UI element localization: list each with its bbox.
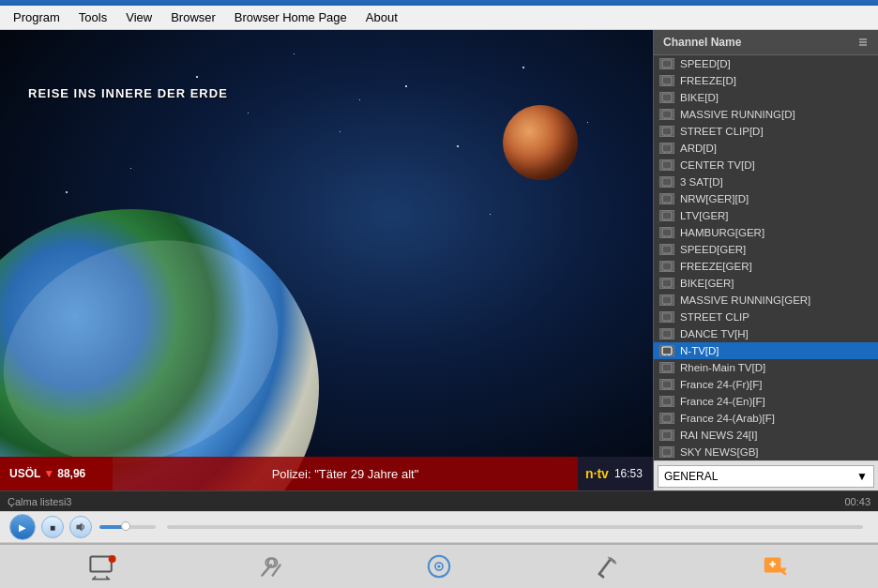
channel-label: SPEED[GER] xyxy=(680,244,746,255)
channel-item[interactable]: FREEZE[GER] xyxy=(654,258,878,275)
channel-item[interactable]: France 24-(Arab)[F] xyxy=(654,410,878,427)
main-area: REISE INS INNERE DER ERDE USÖL ▼ 88,96 P… xyxy=(0,30,878,490)
category-dropdown[interactable]: GENERAL ▼ xyxy=(658,465,874,488)
menu-tools[interactable]: Tools xyxy=(69,8,116,26)
ticker-right: n·tv 16:53 xyxy=(578,457,653,490)
volume-thumb xyxy=(121,521,130,531)
svg-rect-34 xyxy=(662,212,672,219)
channel-label: France 24-(En)[F] xyxy=(680,396,765,407)
seek-bar[interactable] xyxy=(167,525,863,529)
channel-label: DANCE TV[H] xyxy=(680,328,749,339)
channel-item[interactable]: LTV[GER] xyxy=(654,207,878,224)
channel-label: HAMBURG[GER] xyxy=(680,227,764,238)
channel-item[interactable]: STREET CLIP xyxy=(654,309,878,325)
channel-item[interactable]: N-TV[D] xyxy=(654,342,878,359)
tools-icon xyxy=(256,551,286,581)
channel-label: BIKE[D] xyxy=(680,92,719,103)
player-controls: ▶ ■ xyxy=(0,511,878,543)
channel-icon xyxy=(659,227,674,238)
svg-rect-43 xyxy=(662,263,672,270)
channel-label: MASSIVE RUNNING[D] xyxy=(680,109,795,120)
channel-icon xyxy=(659,75,674,86)
channel-item[interactable]: SKY NEWS[GB] xyxy=(654,444,878,460)
channel-label: France 24-(Fr)[F] xyxy=(680,379,763,390)
channel-item[interactable]: MASSIVE RUNNING[D] xyxy=(654,106,878,123)
toolbar-tools-button[interactable] xyxy=(250,548,292,585)
svg-rect-64 xyxy=(662,381,672,388)
toolbar-media-button[interactable] xyxy=(418,548,460,585)
channel-label: NRW[GER][D] xyxy=(680,193,749,204)
play-button[interactable]: ▶ xyxy=(9,514,36,540)
playlist-name: Çalma listesi3 xyxy=(8,496,844,507)
channel-item[interactable]: STREET CLIP[D] xyxy=(654,123,878,140)
channel-label: Rhein-Main TV[D] xyxy=(680,362,765,373)
ticker-time: 16:53 xyxy=(614,467,643,480)
svg-rect-37 xyxy=(662,229,672,236)
svg-rect-49 xyxy=(662,296,672,304)
channel-item[interactable]: MASSIVE RUNNING[GER] xyxy=(654,292,878,309)
menu-view[interactable]: View xyxy=(116,8,161,26)
video-background: REISE INS INNERE DER ERDE USÖL ▼ 88,96 P… xyxy=(0,30,653,490)
channel-item[interactable]: DANCE TV[H] xyxy=(654,325,878,342)
channel-item[interactable]: SPEED[D] xyxy=(654,55,878,72)
video-panel[interactable]: REISE INS INNERE DER ERDE USÖL ▼ 88,96 P… xyxy=(0,30,653,490)
toolbar-record-button[interactable] xyxy=(83,548,124,585)
svg-rect-40 xyxy=(662,246,672,253)
svg-rect-52 xyxy=(662,313,672,321)
svg-rect-25 xyxy=(662,161,672,169)
channel-icon xyxy=(659,210,674,221)
svg-rect-19 xyxy=(662,128,672,135)
channel-item[interactable]: BIKE[GER] xyxy=(654,275,878,292)
svg-marker-79 xyxy=(77,523,83,532)
channel-label: LTV[GER] xyxy=(680,210,729,221)
channel-list[interactable]: SPEED[D]FREEZE[D]BIKE[D]MASSIVE RUNNING[… xyxy=(654,55,878,460)
svg-rect-10 xyxy=(662,77,672,84)
category-label: GENERAL xyxy=(664,470,718,483)
menu-browser-home[interactable]: Browser Home Page xyxy=(225,8,356,26)
video-ticker: USÖL ▼ 88,96 Polizei: "Täter 29 Jahre al… xyxy=(0,457,653,490)
svg-rect-76 xyxy=(662,448,672,456)
menu-program[interactable]: Program xyxy=(4,8,69,26)
ticker-arrow: ▼ xyxy=(43,467,54,480)
menu-about[interactable]: About xyxy=(356,8,407,26)
channel-item[interactable]: France 24-(En)[F] xyxy=(654,393,878,410)
svg-line-95 xyxy=(599,574,603,577)
channel-item[interactable]: ARD[D] xyxy=(654,140,878,157)
menu-browser[interactable]: Browser xyxy=(161,8,225,26)
stop-button[interactable]: ■ xyxy=(41,516,64,538)
status-bar: Çalma listesi3 00:43 xyxy=(0,490,878,511)
svg-rect-61 xyxy=(662,364,672,371)
channel-item[interactable]: CENTER TV[D] xyxy=(654,157,878,173)
channel-icon xyxy=(659,430,674,441)
channel-item[interactable]: 3 SAT[D] xyxy=(654,173,878,190)
channel-icon xyxy=(659,396,674,407)
ntv-logo: n·tv xyxy=(585,466,609,481)
channel-item[interactable]: NRW[GER][D] xyxy=(654,190,878,207)
channel-item[interactable]: HAMBURG[GER] xyxy=(654,224,878,241)
volume-button[interactable] xyxy=(69,516,92,538)
channel-icon xyxy=(659,311,674,323)
channel-item[interactable]: BIKE[D] xyxy=(654,89,878,106)
channel-label: N-TV[D] xyxy=(680,345,719,356)
toolbar-add-button[interactable] xyxy=(754,548,795,585)
svg-rect-22 xyxy=(662,144,672,152)
channel-item[interactable]: RAI NEWS 24[I] xyxy=(654,427,878,444)
channel-item[interactable]: FREEZE[D] xyxy=(654,72,878,89)
channel-icon xyxy=(659,176,674,188)
volume-slider[interactable] xyxy=(99,525,156,529)
category-arrow-icon: ▼ xyxy=(856,470,868,483)
channel-header: Channel Name xyxy=(654,30,878,55)
media-icon xyxy=(424,551,454,581)
channel-label: BIKE[GER] xyxy=(680,278,734,289)
channel-item[interactable]: SPEED[GER] xyxy=(654,241,878,258)
config-icon xyxy=(592,551,622,581)
channel-item[interactable]: Rhein-Main TV[D] xyxy=(654,359,878,376)
channel-panel: Channel Name SPEED[D]FREEZE[D]BIKE[D]MAS… xyxy=(653,30,878,490)
channel-label: FREEZE[GER] xyxy=(680,261,752,272)
channel-icon xyxy=(659,244,674,255)
channel-icon xyxy=(659,294,674,306)
channel-icon xyxy=(659,92,674,103)
toolbar-config-button[interactable] xyxy=(586,548,628,585)
channel-icon xyxy=(659,143,674,154)
channel-item[interactable]: France 24-(Fr)[F] xyxy=(654,376,878,393)
